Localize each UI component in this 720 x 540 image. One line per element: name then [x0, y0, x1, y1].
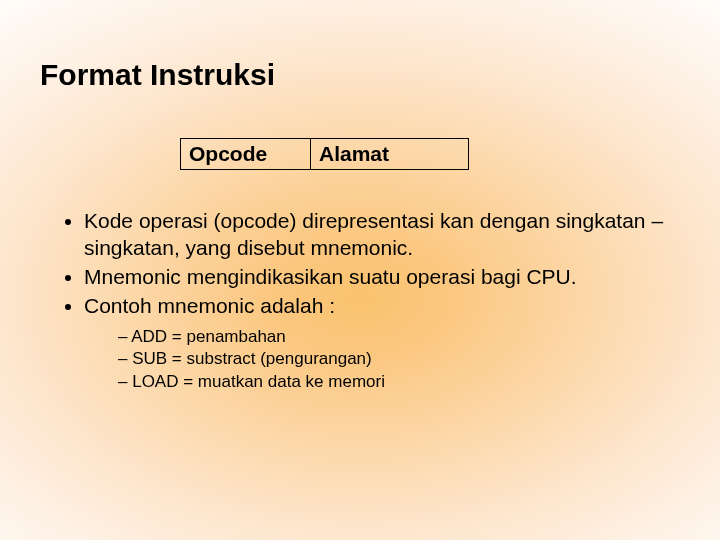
slide-title: Format Instruksi: [40, 58, 680, 92]
bullet-item: Contoh mnemonic adalah : ADD = penambaha…: [84, 293, 680, 395]
cell-alamat: Alamat: [311, 139, 469, 170]
bullet-item: Mnemonic mengindikasikan suatu operasi b…: [84, 264, 680, 291]
bullet-list: Kode operasi (opcode) direpresentasi kan…: [68, 208, 680, 394]
bullet-item: Kode operasi (opcode) direpresentasi kan…: [84, 208, 680, 262]
sub-bullet-item: SUB = substract (pengurangan): [118, 348, 680, 371]
cell-opcode: Opcode: [181, 139, 311, 170]
sub-bullet-item: ADD = penambahan: [118, 326, 680, 349]
sub-bullet-list: ADD = penambahan SUB = substract (pengur…: [118, 326, 680, 395]
instruction-format-table: Opcode Alamat: [180, 138, 469, 170]
bullet-text: Contoh mnemonic adalah :: [84, 294, 335, 317]
slide: Format Instruksi Opcode Alamat Kode oper…: [0, 0, 720, 540]
sub-bullet-item: LOAD = muatkan data ke memori: [118, 371, 680, 394]
table-row: Opcode Alamat: [181, 139, 469, 170]
